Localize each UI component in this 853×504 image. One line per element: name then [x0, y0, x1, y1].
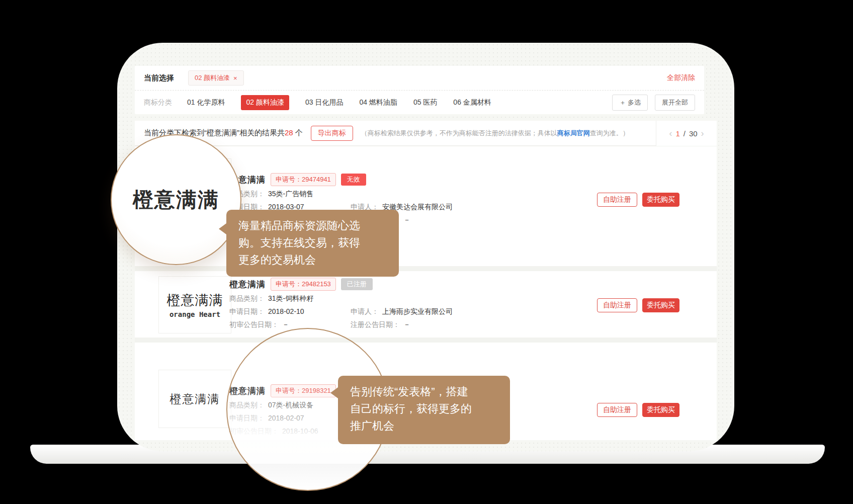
self-register-button[interactable]: 自助注册: [597, 298, 637, 312]
category-row-label: 商标分类: [144, 98, 172, 107]
self-register-button[interactable]: 自助注册: [597, 193, 637, 207]
page-separator: /: [684, 129, 686, 138]
category-item-02-selected[interactable]: 02 颜料油漆: [241, 95, 289, 110]
table-row: 橙意满满 orange Heart 橙意满满 申请号：29482153 已注册 …: [135, 271, 717, 338]
category-row: 商标分类 01 化学原料 02 颜料油漆 03 日化用品 04 燃料油脂 05 …: [135, 91, 704, 115]
trademark-details: 橙意满满 申请号：29482153 已注册 商品类别：31类-饲料种籽 申请日期…: [229, 271, 596, 333]
application-number-label: 申请号：: [276, 280, 302, 288]
prev-page-icon[interactable]: ‹: [669, 129, 672, 138]
trademark-image: 橙意满满 orange Heart: [158, 276, 231, 333]
apply-date-label: 申请日期：: [229, 307, 265, 315]
trademark-office-link[interactable]: 商标局官网: [557, 129, 590, 137]
tooltip-arrow-icon: [219, 223, 226, 234]
trademark-image-subtext: orange Heart: [169, 310, 220, 318]
entrust-purchase-button[interactable]: 委托购买: [642, 403, 679, 417]
category-item-01[interactable]: 01 化学原料: [187, 98, 225, 107]
self-register-button[interactable]: 自助注册: [597, 403, 637, 417]
tooltip-line: 告别传统“发表格”，搭建: [350, 383, 500, 400]
expand-all-button[interactable]: 展开全部: [655, 95, 695, 111]
tooltip-line: 更多的交易机会: [238, 251, 389, 269]
results-count: 28: [285, 128, 293, 137]
multi-select-button[interactable]: ＋ 多选: [612, 95, 648, 111]
trademark-image: 橙意满满: [158, 370, 231, 428]
apply-date-value: 2018-02-10: [268, 307, 304, 315]
category-value: 31类-饲料种籽: [268, 294, 313, 302]
tooltip-line: 推广机会: [350, 417, 500, 435]
magnified-trademark-text: 橙意满满: [133, 186, 219, 214]
clear-all-link[interactable]: 全部清除: [667, 73, 695, 82]
registration-publication-label: 注册公告日期：: [351, 320, 400, 328]
current-selection-row: 当前选择 02 颜料油漆 × 全部清除: [135, 66, 704, 91]
application-number-badge: 申请号：29482153: [271, 278, 336, 291]
export-trademarks-button[interactable]: 导出商标: [311, 126, 353, 141]
tooltip-marketplace: 海量精品商标资源随心选 购。支持在线交易，获得 更多的交易机会: [226, 210, 399, 277]
category-value: 35类-广告销售: [268, 190, 313, 198]
current-page: 1: [675, 129, 679, 138]
first-publication-value: －: [282, 320, 289, 328]
category-label: 商品类别：: [229, 294, 265, 302]
remove-tag-icon[interactable]: ×: [233, 74, 237, 82]
application-number-label: 申请号：: [276, 176, 302, 183]
status-badge: 无效: [341, 174, 366, 186]
registration-publication-value: －: [403, 216, 410, 224]
tooltip-line: 海量精品商标资源随心选: [238, 217, 389, 234]
applicant-label: 申请人：: [351, 307, 379, 315]
tooltip-promotion: 告别传统“发表格”，搭建 自己的标行，获得更多的 推广机会: [338, 376, 510, 444]
category-item-05[interactable]: 05 医药: [413, 98, 437, 107]
first-publication-label: 初审公告日期：: [229, 320, 279, 328]
selected-filter-tag-text: 02 颜料油漆: [195, 73, 230, 82]
pagination: ‹ 1 / 30 ›: [656, 121, 717, 146]
tooltip-arrow-icon: [330, 387, 338, 398]
screen-mockup: 当前选择 02 颜料油漆 × 全部清除 商标分类 01 化学原料 02 颜料油漆…: [0, 0, 853, 504]
total-pages: 30: [689, 129, 698, 138]
application-number: 29474941: [302, 176, 331, 183]
registration-publication-value: －: [403, 320, 410, 328]
filter-card: 当前选择 02 颜料油漆 × 全部清除 商标分类 01 化学原料 02 颜料油漆…: [135, 66, 704, 114]
entrust-purchase-button[interactable]: 委托购买: [642, 298, 679, 312]
magnifier-circle: 橙意满满: [111, 134, 241, 265]
trademark-image-text: 橙意满满: [170, 391, 220, 407]
trademark-name: 橙意满满: [229, 279, 266, 290]
category-item-04[interactable]: 04 燃料油脂: [359, 98, 397, 107]
summary-suffix: 个: [293, 128, 303, 137]
current-selection-label: 当前选择: [144, 73, 174, 83]
selected-filter-tag[interactable]: 02 颜料油漆 ×: [188, 70, 244, 86]
applicant-value: 上海雨步实业有限公司: [382, 307, 453, 315]
next-page-icon[interactable]: ›: [701, 129, 704, 138]
tooltip-line: 自己的标行，获得更多的: [350, 400, 500, 417]
disclaimer-pre: （商标检索结果仅供参考，不作为商标能否注册的法律依据；具体以: [361, 129, 557, 137]
disclaimer-post: 查询为准。）: [590, 129, 629, 137]
results-header: 当前分类下检索到“橙意满满”相关的结果共28 个 导出商标 （商标检索结果仅供参…: [135, 121, 717, 146]
status-badge: 已注册: [341, 278, 373, 290]
category-item-03[interactable]: 03 日化用品: [305, 98, 343, 107]
disclaimer-text: （商标检索结果仅供参考，不作为商标能否注册的法律依据；具体以商标局官网查询为准。…: [361, 129, 629, 138]
category-item-06[interactable]: 06 金属材料: [453, 98, 491, 107]
application-number: 29482153: [302, 280, 331, 288]
entrust-purchase-button[interactable]: 委托购买: [642, 193, 679, 207]
tooltip-line: 购。支持在线交易，获得: [238, 234, 389, 251]
trademark-image-text: 橙意满满: [167, 291, 223, 309]
application-number-badge: 申请号：29474941: [271, 173, 336, 186]
